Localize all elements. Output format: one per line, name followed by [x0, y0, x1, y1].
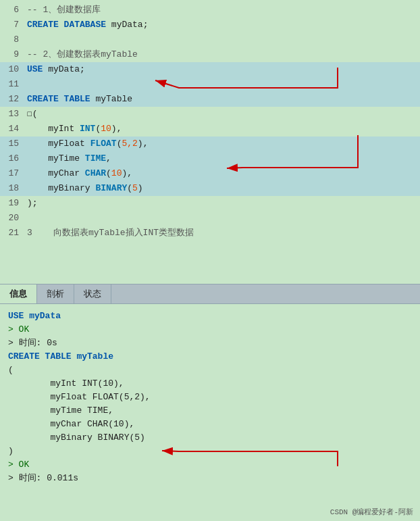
token: 10	[111, 168, 122, 178]
token: myBinary	[27, 183, 95, 193]
line-content: 3 向数据表myTable插入INT类型数据	[24, 226, 420, 241]
code-line: 18 myBinary BINARY(5)	[0, 181, 420, 196]
line-number: 14	[0, 122, 24, 137]
line-number: 11	[0, 77, 24, 92]
line-content: -- 1、创建数据库	[24, 3, 420, 18]
code-line: 6-- 1、创建数据库	[0, 3, 420, 18]
output-line: myChar CHAR(10),	[8, 418, 412, 431]
token: TIME	[85, 153, 106, 164]
line-content: myFloat FLOAT(5,2),	[24, 137, 420, 151]
code-line: 10USE myData;	[0, 62, 420, 77]
code-line: 7CREATE DATABASE myData;	[0, 18, 420, 32]
output-lines: USE myData> OK> 时间: 0sCREATE TABLE myTab…	[8, 309, 412, 485]
token: ),	[111, 124, 122, 134]
token: myInt	[27, 124, 80, 134]
code-line: 8	[0, 32, 420, 47]
output-line: USE myData	[8, 309, 412, 323]
line-content: CREATE TABLE myTable	[24, 92, 420, 107]
token: -- 2、创建数据表myTable	[27, 49, 138, 59]
output-line: myBinary BINARY(5)	[8, 431, 412, 445]
token: );	[27, 198, 43, 208]
token: (	[127, 183, 132, 193]
token: USE	[27, 64, 48, 74]
output-line: myFloat FLOAT(5,2),	[8, 391, 412, 404]
line-number: 18	[0, 181, 24, 196]
output-line: )	[8, 445, 412, 458]
output-line: myInt INT(10),	[8, 377, 412, 391]
code-line: 213 向数据表myTable插入INT类型数据	[0, 226, 420, 241]
token: ),	[122, 168, 132, 178]
token: myChar	[27, 168, 85, 178]
line-number: 21	[0, 226, 24, 241]
token: )	[138, 183, 143, 193]
token: BINARY	[95, 183, 127, 193]
token: DATABASE	[64, 20, 111, 30]
tab-状态[interactable]: 状态	[74, 284, 111, 303]
output-line: CREATE TABLE myTable	[8, 350, 412, 364]
token: 5,2	[122, 139, 137, 149]
token: ☐(	[27, 109, 38, 119]
token: CREATE	[27, 20, 64, 30]
line-content: myTime TIME,	[24, 151, 420, 166]
output-line: > 时间: 0s	[8, 337, 412, 350]
output-panel: USE myData> OK> 时间: 0sCREATE TABLE myTab…	[0, 304, 420, 521]
code-line: 20	[0, 211, 420, 226]
token: myData;	[48, 64, 85, 74]
code-line: 14 myInt INT(10),	[0, 122, 420, 137]
code-lines: 6-- 1、创建数据库7CREATE DATABASE myData;89-- …	[0, 0, 420, 243]
token: (	[106, 168, 111, 178]
code-line: 15 myFloat FLOAT(5,2),	[0, 137, 420, 151]
line-number: 12	[0, 92, 24, 107]
line-content: USE myData;	[24, 62, 420, 77]
line-content: myInt INT(10),	[24, 122, 420, 137]
token: myFloat	[27, 139, 90, 149]
code-line: 13☐(	[0, 107, 420, 122]
line-content: );	[24, 196, 420, 211]
line-number: 6	[0, 3, 24, 18]
line-number: 16	[0, 151, 24, 166]
watermark: CSDN @编程爱好者-阿新	[330, 507, 413, 517]
line-number: 8	[0, 32, 24, 47]
tabs-bar: 信息剖析状态	[0, 284, 420, 304]
token: -- 1、创建数据库	[27, 5, 101, 15]
output-line: > 时间: 0.011s	[8, 472, 412, 485]
line-content: ☐(	[24, 107, 420, 122]
line-number: 7	[0, 18, 24, 32]
token: FLOAT	[90, 139, 117, 149]
line-content: CREATE DATABASE myData;	[24, 18, 420, 32]
line-number: 20	[0, 211, 24, 226]
line-number: 13	[0, 107, 24, 122]
token: 5	[132, 183, 138, 193]
token: CREATE	[27, 94, 64, 104]
line-number: 17	[0, 166, 24, 181]
code-line: 9-- 2、创建数据表myTable	[0, 47, 420, 62]
tab-剖析[interactable]: 剖析	[37, 284, 74, 303]
line-number: 10	[0, 62, 24, 77]
line-content: myChar CHAR(10),	[24, 166, 420, 181]
token: INT	[80, 124, 95, 134]
token: myTime	[27, 153, 85, 164]
code-line: 12CREATE TABLE myTable	[0, 92, 420, 107]
code-line: 11	[0, 77, 420, 92]
tab-信息[interactable]: 信息	[0, 284, 37, 303]
line-number: 9	[0, 47, 24, 62]
token: ,	[106, 153, 111, 164]
line-content: -- 2、创建数据表myTable	[24, 47, 420, 62]
line-number: 15	[0, 137, 24, 151]
token: TABLE	[64, 94, 96, 104]
code-line: 17 myChar CHAR(10),	[0, 166, 420, 181]
output-line: myTime TIME,	[8, 404, 412, 418]
line-number: 19	[0, 196, 24, 211]
output-line: > OK	[8, 458, 412, 472]
token: 3 向数据表myTable插入INT类型数据	[27, 228, 194, 238]
token: ),	[138, 139, 149, 149]
code-line: 16 myTime TIME,	[0, 151, 420, 166]
line-content: myBinary BINARY(5)	[24, 181, 420, 196]
output-line: (	[8, 364, 412, 377]
editor-area: 6-- 1、创建数据库7CREATE DATABASE myData;89-- …	[0, 0, 420, 284]
token: myTable	[95, 94, 132, 104]
code-line: 19);	[0, 196, 420, 211]
output-line: > OK	[8, 323, 412, 337]
token: myData;	[111, 20, 149, 30]
token: 10	[101, 124, 111, 134]
